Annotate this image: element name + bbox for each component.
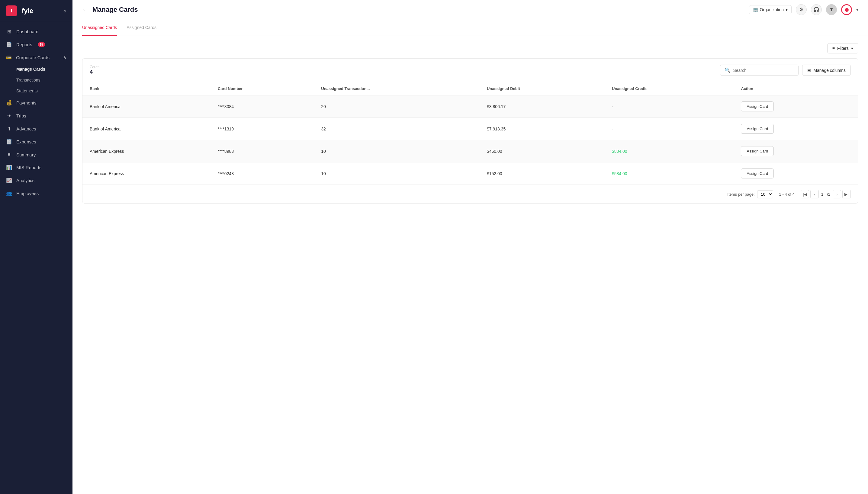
settings-button[interactable]: ⚙ — [796, 4, 807, 15]
cell-bank: American Express — [82, 140, 210, 163]
content-body: ≡ Filters ▾ Cards 4 🔍 — [73, 36, 868, 211]
filter-icon: ≡ — [832, 46, 835, 51]
cell-unassigned-debit: $152.00 — [479, 163, 605, 185]
manage-columns-button[interactable]: ⊞ Manage columns — [802, 64, 851, 76]
sidebar-item-label: Corporate Cards — [16, 55, 50, 60]
total-pages: /1 — [827, 192, 830, 196]
sidebar-item-trips[interactable]: ✈ Trips — [0, 109, 73, 122]
sidebar-item-label: MIS Reports — [16, 165, 41, 170]
panel-header: Cards 4 🔍 ⊞ Manage columns — [82, 59, 858, 82]
col-card-number: Card Number — [210, 82, 314, 95]
sidebar-sub-item-statements[interactable]: Statements — [0, 86, 73, 96]
cell-action: Assign Card — [734, 95, 858, 118]
page-title: Manage Cards — [92, 6, 138, 14]
search-input[interactable] — [733, 68, 794, 73]
cell-card-number: ****0248 — [210, 163, 314, 185]
logo-text: fyle — [22, 7, 33, 15]
main-content: ← Manage Cards 🏢 Organization ▾ ⚙ 🎧 T ⬤ … — [73, 0, 868, 494]
table-header-row: Bank Card Number Unassigned Transaction.… — [82, 82, 858, 95]
next-page-button[interactable]: › — [833, 190, 841, 198]
table-row: American Express ****8983 10 $460.00 $80… — [82, 140, 858, 163]
sidebar-item-mis-reports[interactable]: 📊 MIS Reports — [0, 161, 73, 174]
cell-card-number: ****8983 — [210, 140, 314, 163]
sidebar-item-advances[interactable]: ⬆ Advances — [0, 122, 73, 135]
filters-chevron-icon: ▾ — [851, 46, 853, 51]
assign-card-button[interactable]: Assign Card — [741, 146, 774, 156]
cell-bank: Bank of America — [82, 118, 210, 140]
table-row: Bank of America ****1319 32 $7,913.35 - … — [82, 118, 858, 140]
col-unassigned-debit: Unassigned Debit — [479, 82, 605, 95]
user-status-icon[interactable]: ⬤ — [841, 4, 852, 15]
org-selector[interactable]: 🏢 Organization ▾ — [749, 5, 792, 14]
cell-unassigned-credit: - — [605, 95, 734, 118]
summary-icon: ≡ — [6, 152, 12, 157]
cell-unassigned-debit: $7,913.35 — [479, 118, 605, 140]
table-row: Bank of America ****8084 20 $3,806.17 - … — [82, 95, 858, 118]
sidebar: f fyle « ⊞ Dashboard 📄 Reports 15 💳 Corp… — [0, 0, 73, 494]
analytics-icon: 📈 — [6, 177, 12, 183]
assign-card-button[interactable]: Assign Card — [741, 124, 774, 134]
cell-unassigned-transactions: 10 — [314, 140, 479, 163]
assign-card-button[interactable]: Assign Card — [741, 101, 774, 111]
cell-unassigned-transactions: 32 — [314, 118, 479, 140]
first-page-button[interactable]: |◀ — [801, 190, 809, 198]
cell-bank: American Express — [82, 163, 210, 185]
support-button[interactable]: 🎧 — [811, 4, 822, 15]
cards-count-value: 4 — [90, 69, 99, 75]
cell-unassigned-credit: $804.00 — [605, 140, 734, 163]
dashboard-icon: ⊞ — [6, 29, 12, 34]
sidebar-item-label: Advances — [16, 126, 36, 131]
prev-page-button[interactable]: ‹ — [810, 190, 819, 198]
cards-panel: Cards 4 🔍 ⊞ Manage columns — [82, 58, 858, 204]
cell-bank: Bank of America — [82, 95, 210, 118]
search-icon: 🔍 — [724, 67, 731, 73]
assign-card-button[interactable]: Assign Card — [741, 169, 774, 178]
filters-button[interactable]: ≡ Filters ▾ — [827, 43, 858, 54]
sidebar-item-payments[interactable]: 💰 Payments — [0, 96, 73, 109]
sidebar-collapse-button[interactable]: « — [63, 8, 67, 14]
sidebar-item-label: Trips — [16, 113, 26, 118]
sidebar-logo: f fyle « — [0, 0, 73, 22]
filters-bar: ≡ Filters ▾ — [82, 43, 858, 54]
trips-icon: ✈ — [6, 113, 12, 119]
avatar[interactable]: T — [826, 4, 837, 15]
filters-label: Filters — [837, 46, 849, 51]
panel-header-right: 🔍 ⊞ Manage columns — [720, 64, 851, 76]
cards-count-label: Cards — [90, 65, 99, 69]
sidebar-item-dashboard[interactable]: ⊞ Dashboard — [0, 25, 73, 38]
expenses-icon: 🧾 — [6, 139, 12, 145]
org-icon: 🏢 — [753, 7, 758, 12]
user-dropdown-chevron-icon[interactable]: ▾ — [856, 7, 858, 12]
header-left: ← Manage Cards — [82, 6, 138, 14]
tab-unassigned-cards[interactable]: Unassigned Cards — [82, 20, 117, 36]
settings-icon: ⚙ — [799, 7, 804, 12]
tab-assigned-cards[interactable]: Assigned Cards — [127, 20, 156, 36]
sidebar-sub-item-manage-cards[interactable]: Manage Cards — [0, 64, 73, 75]
sidebar-sub-item-transactions[interactable]: Transactions — [0, 75, 73, 86]
sidebar-item-label: Expenses — [16, 139, 36, 144]
columns-icon: ⊞ — [807, 68, 811, 73]
last-page-button[interactable]: ▶| — [842, 190, 851, 198]
col-action: Action — [734, 82, 858, 95]
header-right: 🏢 Organization ▾ ⚙ 🎧 T ⬤ ▾ — [749, 4, 858, 15]
cell-unassigned-credit: $584.00 — [605, 163, 734, 185]
sidebar-item-corporate-cards[interactable]: 💳 Corporate Cards ∧ — [0, 51, 73, 64]
per-page-select[interactable]: 10 25 50 — [757, 190, 773, 198]
cards-count: Cards 4 — [90, 65, 99, 75]
sidebar-item-reports[interactable]: 📄 Reports 15 — [0, 38, 73, 51]
cell-card-number: ****1319 — [210, 118, 314, 140]
cell-card-number: ****8084 — [210, 95, 314, 118]
sidebar-item-summary[interactable]: ≡ Summary — [0, 148, 73, 161]
header: ← Manage Cards 🏢 Organization ▾ ⚙ 🎧 T ⬤ … — [73, 0, 868, 19]
mis-reports-icon: 📊 — [6, 165, 12, 170]
search-box: 🔍 — [720, 64, 798, 76]
sidebar-item-employees[interactable]: 👥 Employees — [0, 187, 73, 200]
sidebar-item-expenses[interactable]: 🧾 Expenses — [0, 135, 73, 148]
chevron-up-icon: ∧ — [63, 55, 67, 60]
sidebar-item-analytics[interactable]: 📈 Analytics — [0, 174, 73, 187]
sidebar-item-label: Employees — [16, 191, 39, 196]
cell-unassigned-transactions: 10 — [314, 163, 479, 185]
advances-icon: ⬆ — [6, 126, 12, 132]
cell-unassigned-credit: - — [605, 118, 734, 140]
back-button[interactable]: ← — [82, 6, 88, 13]
